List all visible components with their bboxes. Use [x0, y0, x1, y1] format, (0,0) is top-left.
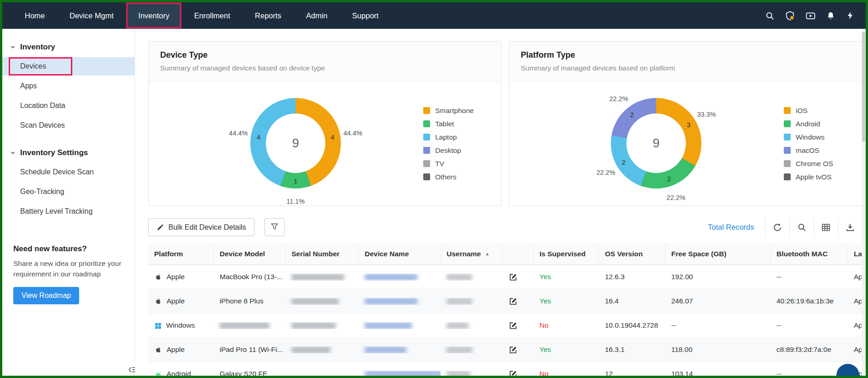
scrollbar-thumb[interactable] [862, 32, 865, 142]
legend-item-laptop[interactable]: Laptop [423, 130, 474, 144]
sidebar-item-devices[interactable]: Devices [2, 57, 135, 76]
edit-device-icon[interactable] [508, 297, 518, 306]
free-space-gb-value: -- [671, 321, 676, 329]
device-model-redacted [220, 322, 270, 329]
column-header-platform[interactable]: Platform [148, 243, 214, 265]
card-subtitle: Summary of managed devices based on plat… [521, 64, 850, 72]
legend-label: Smartphone [435, 107, 474, 115]
column-header-device-model[interactable]: Device Model [214, 243, 286, 265]
legend-item-macos[interactable]: macOS [784, 144, 833, 157]
donut-chart[interactable]: 9 [250, 98, 341, 189]
donut-chart[interactable]: 9 [611, 98, 701, 189]
device-name-link-redacted[interactable] [365, 346, 406, 353]
column-header-serial-number[interactable]: Serial Number [286, 243, 359, 265]
legend-item-apple-tvos[interactable]: Apple tvOS [784, 170, 833, 184]
legend-item-tablet[interactable]: Tablet [423, 117, 474, 130]
video-tutorial-icon[interactable] [805, 11, 816, 21]
device-name-link-redacted[interactable] [365, 298, 417, 305]
section-title: Inventory Settings [20, 148, 88, 157]
nav-tab-admin[interactable]: Admin [294, 2, 340, 29]
quick-actions-flash-icon[interactable] [846, 11, 855, 20]
export-download-icon[interactable] [838, 218, 862, 236]
column-header-device-name[interactable]: Device Name [359, 243, 441, 265]
license-shield-icon[interactable] [785, 11, 795, 21]
edit-device-icon[interactable] [508, 369, 518, 376]
nav-tab-device-mgmt[interactable]: Device Mgmt [57, 2, 126, 29]
device-name-link-redacted[interactable] [365, 371, 441, 376]
legend-item-windows[interactable]: Windows [784, 130, 833, 144]
nav-tab-enrollment[interactable]: Enrollment [182, 2, 243, 29]
sidebar-section-header-inventory-settings[interactable]: Inventory Settings [2, 148, 135, 157]
column-header-edit[interactable] [502, 243, 534, 265]
last-scan: Apr [848, 297, 863, 305]
refresh-icon[interactable] [765, 218, 789, 236]
legend-label: TV [435, 160, 444, 168]
legend-label: Tablet [435, 120, 454, 128]
sidebar-section-header-inventory[interactable]: Inventory [2, 43, 135, 52]
column-header-is-supervised[interactable]: Is Supervised [534, 243, 599, 265]
total-records-link[interactable]: Total Records [708, 223, 754, 232]
table-toolbar: Bulk Edit Device Details Total Records [148, 218, 862, 237]
edit-device-icon[interactable] [508, 272, 518, 282]
device-type-chart: 9 SmartphoneTabletLaptopDesktopTVOthers … [149, 82, 501, 206]
column-header-bluetooth-mac[interactable]: Bluetooth MAC [771, 243, 848, 265]
segment-percent-label: 33.3% [697, 111, 716, 118]
table-row: AppleMacBook Pro (13-...Yes12.6.3192.00-… [148, 265, 863, 289]
legend-swatch [784, 107, 791, 114]
windows-icon [154, 322, 162, 329]
os-version-value: 12.6.3 [605, 273, 625, 281]
annotation-box [9, 57, 72, 76]
sidebar-item-battery-level-tracking[interactable]: Battery Level Tracking [2, 202, 135, 221]
nav-tab-inventory[interactable]: Inventory [126, 2, 182, 29]
notifications-bell-icon[interactable] [826, 11, 836, 21]
device-name-link-redacted[interactable] [365, 274, 417, 281]
filter-button[interactable] [264, 218, 285, 236]
nav-tab-reports[interactable]: Reports [243, 2, 294, 29]
column-header-os-version[interactable]: OS Version [599, 243, 665, 265]
sidebar-item-location-data[interactable]: Location Data [2, 97, 135, 115]
legend-item-chrome-os[interactable]: Chrome OS [784, 157, 833, 170]
donut-center: 9 [626, 113, 686, 173]
free-space-gb-value: 103.14 [671, 370, 693, 376]
legend-item-desktop[interactable]: Desktop [423, 144, 474, 157]
bulk-edit-device-details-button[interactable]: Bulk Edit Device Details [148, 218, 254, 236]
column-header-last[interactable]: Last [848, 243, 863, 265]
nav-tab-support[interactable]: Support [340, 2, 391, 29]
device-model-cell: MacBook Pro (13-... [214, 273, 286, 281]
view-roadmap-button[interactable]: View Roadmap [13, 287, 79, 304]
nav-tab-home[interactable]: Home [12, 2, 57, 29]
sidebar-item-scan-devices[interactable]: Scan Devices [2, 116, 135, 135]
platform-cell: Apple [148, 273, 214, 281]
supervised-value: No [539, 321, 549, 329]
sidebar-item-label: Apps [20, 82, 37, 90]
supervised-value: No [539, 370, 549, 376]
bluetooth-mac-value: 40:26:19:6a:1b:3e [776, 297, 834, 305]
donut-center: 9 [266, 113, 325, 173]
username-redacted [447, 371, 470, 376]
sidebar-item-schedule-device-scan[interactable]: Schedule Device Scan [2, 163, 135, 181]
legend-item-tv[interactable]: TV [423, 157, 474, 170]
legend-item-ios[interactable]: iOS [784, 104, 833, 117]
column-header-free-space-gb[interactable]: Free Space (GB) [665, 243, 771, 265]
legend-label: Apple tvOS [796, 173, 831, 181]
sidebar-item-label: Scan Devices [20, 121, 65, 129]
column-chooser-grid-icon[interactable] [814, 218, 838, 236]
platform-cell: Apple [148, 346, 214, 354]
sidebar-item-geo-tracking[interactable]: Geo-Tracking [2, 183, 135, 201]
vertical-scrollbar[interactable] [862, 29, 866, 376]
os-version: 16.4 [599, 297, 665, 305]
column-header-username[interactable]: Username▲ [441, 243, 502, 265]
legend-item-android[interactable]: Android [784, 117, 833, 130]
device-name-link-redacted[interactable] [365, 322, 412, 329]
is-supervised-cell: Yes [534, 297, 599, 305]
sidebar-item-apps[interactable]: Apps [2, 77, 135, 95]
edit-device-icon[interactable] [508, 345, 518, 355]
serial-number-redacted [291, 298, 339, 305]
legend-swatch [423, 160, 430, 167]
table-search-icon[interactable] [789, 218, 814, 236]
edit-device-icon[interactable] [508, 321, 518, 330]
legend-item-smartphone[interactable]: Smartphone [423, 104, 474, 117]
search-icon[interactable] [765, 11, 775, 21]
edit-cell [502, 345, 534, 355]
legend-item-others[interactable]: Others [423, 170, 474, 184]
